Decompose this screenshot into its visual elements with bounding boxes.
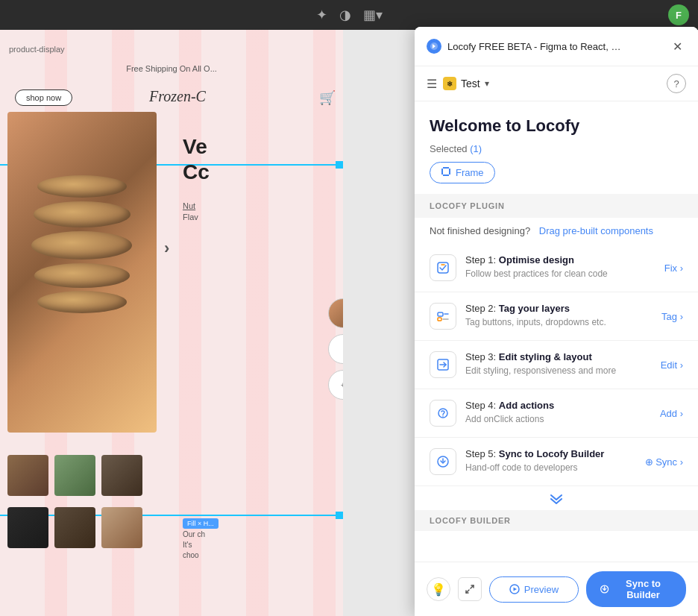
preview-label: Preview <box>524 584 559 595</box>
step-4-sub: Add onClick actions <box>465 414 651 424</box>
contrast-icon[interactable]: ◑ <box>339 7 351 23</box>
product-description: Our ch It's choo <box>183 529 205 561</box>
help-button[interactable]: ? <box>667 74 686 93</box>
step-3-label: Step 3: Edit styling & layout <box>465 351 652 364</box>
svg-rect-3 <box>443 167 449 169</box>
title-line2: Cc <box>183 160 210 183</box>
frame-icon <box>441 166 451 179</box>
selected-label: Selected (1) <box>430 143 683 154</box>
topbar: ✦ ◑ ▦▾ F <box>0 0 698 30</box>
drag-note: Not finished designing? Drag pre-built c… <box>415 218 698 244</box>
step-5-label: Step 5: Sync to Locofy Builder <box>465 448 636 461</box>
shop-now-button[interactable]: shop now <box>15 89 72 106</box>
step-1-sub: Follow best practices for clean code <box>465 268 655 279</box>
svg-rect-1 <box>441 169 443 175</box>
panel-title: Locofy FREE BETA - Figma to React, React… <box>447 41 626 52</box>
product-detail-nut: Nut <box>183 201 198 210</box>
project-selector[interactable]: ❄ Test ▾ <box>443 77 489 90</box>
step-4-item[interactable]: Step 4: Add actions Add onClick actions … <box>415 389 698 438</box>
component-icon[interactable]: ✦ <box>316 7 327 23</box>
step-1-content: Step 1: Optimise design Follow best prac… <box>465 254 655 279</box>
welcome-section: Welcome to Locofy Selected (1) Frame <box>415 101 698 191</box>
cookie-5 <box>37 291 127 313</box>
preview-button[interactable]: Preview <box>489 576 579 603</box>
cookie-1 <box>37 175 127 198</box>
menu-icon[interactable]: ☰ <box>427 77 437 91</box>
drag-note-text: Not finished designing? <box>430 225 530 236</box>
tip-icon-button[interactable]: 💡 <box>427 577 450 601</box>
step-3-sub: Edit styling, responsiveness and more <box>465 365 652 376</box>
circle-options: + <box>328 298 343 400</box>
step-2-item[interactable]: Step 2: Tag your layers Tag buttons, inp… <box>415 292 698 341</box>
panel-subbar: ☰ ❄ Test ▾ ? <box>415 66 698 101</box>
thumbnail-4[interactable] <box>7 507 48 548</box>
svg-rect-7 <box>438 318 441 321</box>
svg-rect-2 <box>449 169 450 175</box>
option-circle-2[interactable] <box>328 334 343 364</box>
thumbnail-1[interactable] <box>7 455 48 496</box>
product-details: Nut Flav <box>183 201 198 224</box>
selected-count: (1) <box>470 143 482 154</box>
step-4-title: Add actions <box>499 400 554 411</box>
thumbnail-5[interactable] <box>54 507 95 548</box>
frame-label: Frame <box>456 167 484 178</box>
thumbnail-row-1 <box>7 455 142 496</box>
chevron-down-icon: ▾ <box>485 78 489 89</box>
frame-badge[interactable]: Frame <box>430 162 495 183</box>
step-3-icon <box>430 351 456 378</box>
step-5-content: Step 5: Sync to Locofy Builder Hand-off … <box>465 448 636 473</box>
panel-footer: 💡 Preview Sync to Builder <box>415 562 698 616</box>
breadcrumb: product-display <box>9 45 65 54</box>
plugin-icon[interactable]: ▦▾ <box>363 7 383 23</box>
step-3-item[interactable]: Step 3: Edit styling & layout Edit styli… <box>415 341 698 389</box>
step-1-action[interactable]: Fix › <box>664 263 683 274</box>
step-4-label: Step 4: Add actions <box>465 400 651 412</box>
step-2-label: Step 2: Tag your layers <box>465 303 653 315</box>
step-5-action[interactable]: ⊕ Sync › <box>645 456 683 468</box>
thumbnail-row-2 <box>7 507 142 548</box>
thumbnail-2[interactable] <box>54 455 95 496</box>
svg-point-10 <box>442 415 444 417</box>
thumbnail-3[interactable] <box>101 455 142 496</box>
step-2-sub: Tag buttons, inputs, dropdowns etc. <box>465 317 653 327</box>
step-5-item[interactable]: Step 5: Sync to Locofy Builder Hand-off … <box>415 438 698 486</box>
step-2-content: Step 2: Tag your layers Tag buttons, inp… <box>465 303 653 327</box>
sync-to-builder-button[interactable]: Sync to Builder <box>586 571 686 607</box>
design-canvas: product-display Free Shipping On All O..… <box>0 30 343 616</box>
close-button[interactable]: ✕ <box>668 37 686 55</box>
step-5-icon <box>430 448 456 475</box>
expand-icon-button[interactable] <box>458 577 482 601</box>
cart-icon[interactable]: 🛒 <box>319 89 336 106</box>
drag-components-link[interactable]: Drag pre-built components <box>539 225 653 236</box>
project-name: Test <box>461 78 480 89</box>
step-1-item[interactable]: Step 1: Optimise design Follow best prac… <box>415 244 698 292</box>
cookie-4 <box>34 263 130 288</box>
step-5-sub: Hand-off code to developers <box>465 462 636 473</box>
cookie-3 <box>31 231 132 260</box>
selection-handle-top-right <box>336 161 343 169</box>
expand-arrows[interactable] <box>415 486 698 510</box>
step-1-title: Optimise design <box>499 254 574 265</box>
step-3-action[interactable]: Edit › <box>661 359 683 371</box>
sync-label: Sync to Builder <box>614 578 673 600</box>
nav-arrow-right[interactable]: › <box>164 239 169 258</box>
sync-icon <box>600 583 609 595</box>
user-avatar: F <box>668 4 689 25</box>
cookie-2 <box>34 201 131 227</box>
plugin-panel: Locofy FREE BETA - Figma to React, React… <box>415 27 698 616</box>
step-3-content: Step 3: Edit styling & layout Edit styli… <box>465 351 652 376</box>
panel-body[interactable]: Welcome to Locofy Selected (1) Frame LOC… <box>415 101 698 562</box>
thumbnail-6[interactable] <box>101 507 142 548</box>
step-4-action[interactable]: Add › <box>660 408 683 419</box>
svg-rect-6 <box>438 312 443 316</box>
locofy-builder-section-header: LOCOFY BUILDER <box>415 510 698 531</box>
option-circle-3[interactable]: + <box>328 370 343 400</box>
step-2-icon <box>430 303 456 330</box>
brand-name: Frozen-C <box>149 88 206 105</box>
step-4-icon <box>430 400 456 427</box>
step-3-title: Edit styling & layout <box>499 351 592 362</box>
welcome-title: Welcome to Locofy <box>430 116 683 136</box>
step-2-action[interactable]: Tag › <box>661 311 683 322</box>
locofy-logo <box>427 39 441 54</box>
option-circle-1[interactable] <box>328 298 343 328</box>
